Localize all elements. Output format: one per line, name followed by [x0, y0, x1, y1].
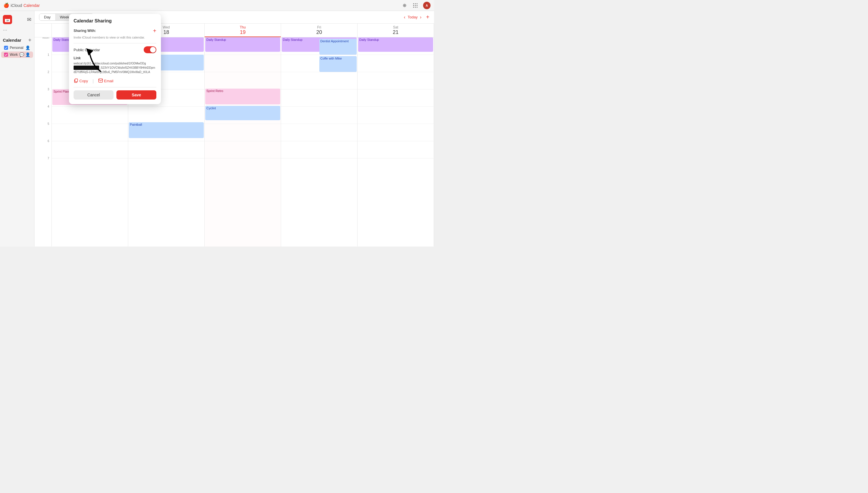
- calendar-area: Day Week Month ‹ Today › + Tue 17 Wed 18: [35, 11, 434, 246]
- personal-cal-right: 👤: [25, 45, 30, 50]
- copy-link-btn[interactable]: Copy: [74, 78, 88, 84]
- svg-point-0: [413, 3, 414, 4]
- brand: 🍎 iCloud Calendar: [3, 3, 40, 8]
- calendar-sharing-dialog: Calendar Sharing Sharing With: + Invite …: [69, 14, 161, 104]
- top-bar: 🍎 iCloud Calendar ⊕ A: [0, 0, 434, 11]
- add-circle-icon[interactable]: ⊕: [401, 2, 408, 8]
- toggle-knob: [150, 47, 156, 52]
- person-icon: 👤: [25, 45, 30, 50]
- cancel-btn[interactable]: Cancel: [74, 90, 114, 100]
- svg-point-2: [417, 3, 418, 4]
- sidebar-calendar-title: Calendar: [3, 38, 21, 43]
- work-cal-right: 💬 👤: [19, 52, 30, 57]
- work-cal-left: Work: [4, 52, 18, 57]
- link-url-redacted: ████████████: [74, 66, 99, 70]
- sharing-invite-text: Invite iCloud members to view or edit th…: [74, 35, 156, 40]
- personal-checkbox[interactable]: [4, 46, 8, 50]
- personal-cal-left: Personal: [4, 46, 23, 50]
- sharing-add-btn[interactable]: +: [153, 28, 156, 34]
- calendar-app-icon[interactable]: 19: [3, 15, 12, 24]
- link-action-separator: |: [93, 79, 94, 83]
- link-actions: Copy | Email: [74, 78, 156, 84]
- modal-overlay: Calendar Sharing Sharing With: + Invite …: [35, 11, 434, 246]
- email-icon: [98, 79, 103, 83]
- svg-point-3: [413, 5, 414, 6]
- email-label: Email: [104, 79, 114, 83]
- personal-cal-label: Personal: [10, 46, 23, 50]
- divider-2: [74, 87, 156, 87]
- link-section: Link webcal://p161-caldav.icloud.com/pub…: [74, 56, 156, 74]
- email-link-btn[interactable]: Email: [98, 79, 114, 83]
- copy-label: Copy: [79, 79, 88, 83]
- svg-rect-13: [75, 79, 77, 82]
- icloud-label: iCloud: [10, 3, 22, 8]
- link-text: webcal://p161-caldav.icloud.com/publishe…: [74, 61, 156, 74]
- sidebar: 19 ✉ ··· Calendar + Personal 👤: [0, 11, 35, 246]
- link-label: Link: [74, 56, 156, 60]
- share-icon[interactable]: 💬: [19, 52, 24, 57]
- grid-apps-icon[interactable]: [412, 2, 418, 8]
- svg-point-4: [415, 5, 416, 6]
- svg-rect-14: [98, 79, 102, 82]
- dialog-footer: Cancel Save: [74, 90, 156, 100]
- svg-point-7: [415, 7, 416, 7]
- public-cal-label: Public Calendar: [74, 48, 100, 52]
- sidebar-item-personal[interactable]: Personal 👤: [1, 45, 33, 51]
- link-url-visible: webcal://p161-caldav.icloud.com/publishe…: [74, 62, 146, 65]
- public-cal-row: Public Calendar: [74, 46, 156, 53]
- more-options-icon[interactable]: ···: [3, 27, 7, 33]
- svg-point-5: [417, 5, 418, 6]
- sidebar-app-row: 19 ✉: [0, 14, 34, 25]
- copy-icon: [74, 78, 78, 84]
- svg-point-8: [417, 7, 418, 7]
- sharing-with-label: Sharing With:: [74, 29, 96, 33]
- work-cal-label: Work: [10, 52, 18, 57]
- sharing-with-row: Sharing With: +: [74, 28, 156, 34]
- divider-1: [74, 43, 156, 43]
- calendar-brand-label: Calendar: [24, 3, 40, 8]
- main-layout: 19 ✉ ··· Calendar + Personal 👤: [0, 11, 434, 246]
- topbar-icons: ⊕ A: [401, 2, 431, 9]
- mail-icon[interactable]: ✉: [27, 16, 31, 23]
- svg-rect-10: [5, 18, 10, 19]
- work-checkbox[interactable]: [4, 52, 8, 57]
- public-cal-toggle[interactable]: [144, 46, 156, 53]
- add-calendar-btn[interactable]: +: [28, 37, 31, 43]
- svg-text:19: 19: [6, 20, 8, 22]
- dialog-title: Calendar Sharing: [74, 18, 156, 24]
- apple-logo-icon: 🍎: [3, 3, 9, 8]
- sidebar-item-work[interactable]: Work 💬 👤: [1, 51, 33, 58]
- sidebar-section-header: Calendar +: [0, 35, 34, 44]
- save-btn[interactable]: Save: [116, 90, 156, 100]
- user-avatar[interactable]: A: [423, 2, 431, 9]
- person-icon-work[interactable]: 👤: [25, 52, 30, 57]
- svg-point-1: [415, 3, 416, 4]
- svg-point-6: [413, 7, 414, 7]
